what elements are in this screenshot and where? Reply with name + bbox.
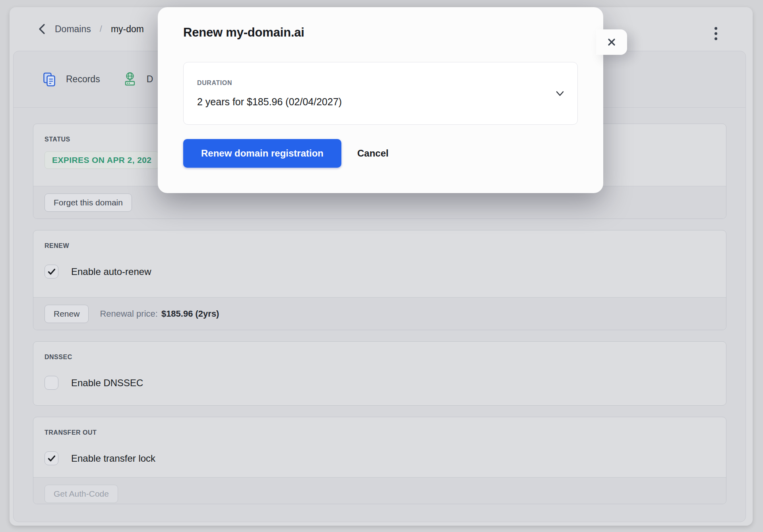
transfer-lock-checkbox[interactable] [45,451,58,465]
chevron-left-icon [36,22,48,36]
tab-dns-label: D [147,74,153,85]
breadcrumb-domains-link[interactable]: Domains [55,24,91,35]
modal-title: Renew my-domain.ai [183,25,578,40]
dnssec-label[interactable]: Enable DNSSEC [71,377,143,389]
records-icon [42,72,56,87]
chevron-down-icon [554,88,565,99]
breadcrumb-separator: / [100,24,102,34]
renew-button[interactable]: Renew [45,305,89,323]
breadcrumb: Domains / my-dom [55,24,144,35]
duration-label: DURATION [197,79,564,87]
dnssec-checkbox[interactable] [45,376,58,390]
more-options-button[interactable] [711,27,721,45]
renewal-price-label: Renewal price: [100,309,158,319]
transfer-lock-label[interactable]: Enable transfer lock [71,453,155,464]
kebab-menu-icon [715,27,717,30]
dnssec-section-label: DNSSEC [45,354,715,361]
auto-renew-checkbox[interactable] [45,265,58,279]
dns-globe-server-icon [123,72,137,87]
dnssec-section: DNSSEC Enable DNSSEC [33,341,726,406]
renew-section-label: RENEW [45,242,715,250]
renew-domain-modal: Renew my-domain.ai DURATION 2 years for … [158,7,603,193]
renewal-price-value: $185.96 (2yrs) [161,309,219,319]
close-icon [606,36,618,48]
duration-value: 2 years for $185.96 (02/04/2027) [197,96,564,108]
checkmark-icon [47,267,56,276]
breadcrumb-current-domain: my-dom [111,24,144,35]
renew-domain-registration-button[interactable]: Renew domain registration [183,139,341,168]
transfer-section-label: TRANSFER OUT [45,429,715,436]
renew-section: RENEW Enable auto-renew Renew Renewal pr… [33,230,726,330]
back-button[interactable] [34,21,50,37]
duration-select[interactable]: DURATION 2 years for $185.96 (02/04/2027… [183,62,578,125]
tab-records[interactable]: Records [42,72,100,87]
forget-domain-button[interactable]: Forget this domain [45,193,132,212]
checkmark-icon [47,454,56,463]
status-badge: EXPIRES ON APR 2, 202 [45,151,159,169]
modal-close-button[interactable] [596,29,627,55]
get-auth-code-button[interactable]: Get Auth-Code [45,485,118,503]
tab-records-label: Records [66,74,100,85]
auto-renew-label[interactable]: Enable auto-renew [71,266,151,277]
cancel-button[interactable]: Cancel [354,148,392,159]
renewal-price: Renewal price: $185.96 (2yrs) [100,309,219,319]
tab-dns[interactable]: D [123,72,153,87]
transfer-out-section: TRANSFER OUT Enable transfer lock Get Au… [33,417,726,504]
